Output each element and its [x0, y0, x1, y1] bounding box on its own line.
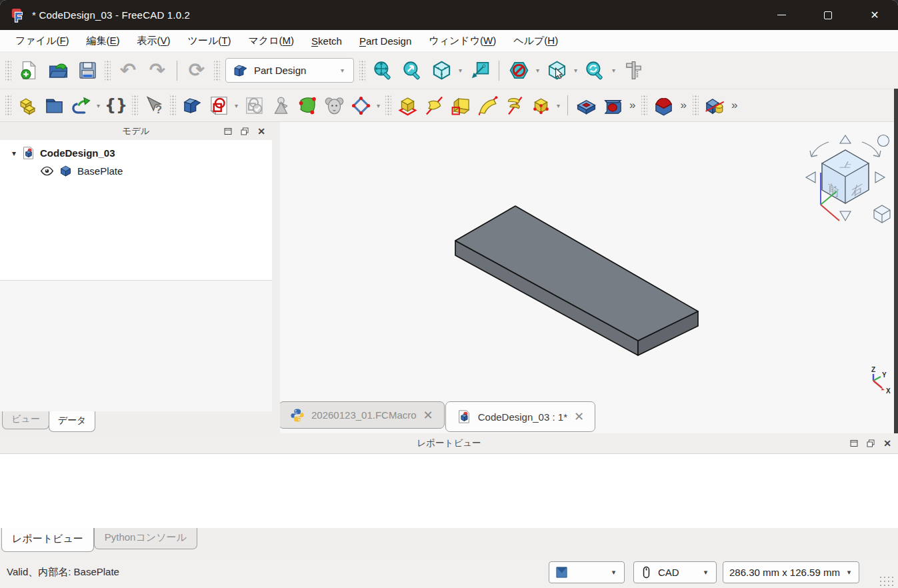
- tab-data[interactable]: データ: [49, 411, 96, 432]
- toolbar-grip[interactable]: [359, 60, 365, 81]
- view-dropdown-icon[interactable]: ▾: [456, 67, 465, 74]
- toolbar-grip[interactable]: [170, 95, 176, 116]
- pocket-button[interactable]: [573, 92, 599, 119]
- menu-edit[interactable]: 編集(E): [78, 31, 129, 51]
- sync-view-button[interactable]: [580, 57, 609, 85]
- hole-button[interactable]: [599, 92, 626, 119]
- toolbar-grip[interactable]: [385, 95, 391, 116]
- undo-button[interactable]: ↶: [113, 57, 143, 85]
- toolbar-grip[interactable]: [5, 60, 11, 81]
- window-resize-grip[interactable]: [879, 575, 896, 586]
- edit-sketch-button[interactable]: [241, 92, 267, 119]
- pad-icon: [397, 95, 418, 116]
- pad-button[interactable]: [394, 92, 421, 119]
- refresh-button[interactable]: ⟳: [182, 57, 211, 85]
- report-view-output[interactable]: [0, 453, 898, 528]
- boolean-button[interactable]: [701, 92, 728, 119]
- create-group-button[interactable]: [41, 92, 67, 119]
- open-document-button[interactable]: [43, 57, 73, 85]
- navigation-style-selector[interactable]: CAD ▾: [633, 561, 717, 583]
- fit-all-button[interactable]: [368, 57, 397, 85]
- revolution-button[interactable]: [421, 92, 447, 119]
- toolbar-grip[interactable]: [214, 60, 220, 81]
- save-document-button[interactable]: [73, 57, 102, 85]
- mdi-tab-bar: 20260123_01.FCMacro ✕ CodeDesign_03 : 1*…: [280, 401, 595, 432]
- tab-report-view[interactable]: レポートビュー: [1, 528, 94, 552]
- box-selection-button[interactable]: [542, 57, 571, 85]
- create-sketch-button[interactable]: [205, 92, 232, 119]
- whats-this-button[interactable]: ?: [141, 92, 167, 119]
- create-datum-button[interactable]: [347, 92, 374, 119]
- tab-close-icon[interactable]: ✕: [574, 411, 584, 423]
- fillet-button[interactable]: [650, 92, 677, 119]
- draw-style-selector[interactable]: ▾: [549, 561, 625, 583]
- sync-dropdown-icon[interactable]: ▾: [609, 67, 618, 74]
- tab-document-view[interactable]: CodeDesign_03 : 1* ✕: [445, 401, 595, 432]
- menu-window[interactable]: ウィンドウ(W): [420, 31, 505, 51]
- toolbar-overflow-button[interactable]: »: [626, 99, 639, 112]
- menu-view[interactable]: 表示(V): [129, 31, 179, 51]
- datum-dropdown-icon[interactable]: ▾: [374, 102, 383, 109]
- panel-minimize-button[interactable]: [223, 126, 233, 137]
- navigation-cube[interactable]: 上 前 右: [799, 127, 891, 226]
- tree-row-baseplate[interactable]: BasePlate: [7, 162, 272, 180]
- tab-view[interactable]: ビュー: [2, 411, 49, 429]
- primitive-dropdown-icon[interactable]: ▾: [554, 102, 563, 109]
- dimension-indicator[interactable]: 286.30 mm x 126.59 mm ▾: [723, 561, 859, 583]
- toolbar-grip[interactable]: [132, 95, 138, 116]
- selection-dropdown-icon[interactable]: ▾: [571, 67, 580, 74]
- create-varset-button[interactable]: {}: [103, 92, 129, 119]
- tab-python-console[interactable]: Pythonコンソール: [94, 528, 197, 549]
- maximize-button[interactable]: [805, 0, 851, 30]
- validate-sketch-button[interactable]: [294, 92, 321, 119]
- menu-part-design[interactable]: Part Design: [351, 32, 420, 50]
- minimize-button[interactable]: [758, 0, 805, 30]
- toolbar-grip[interactable]: [105, 60, 111, 81]
- 3d-viewport[interactable]: 上 前 右 Z Y X: [280, 122, 898, 433]
- clipping-dropdown-icon[interactable]: ▾: [533, 67, 542, 74]
- model-panel-titlebar: モデル ✕: [0, 122, 272, 140]
- toolbar-grip[interactable]: [5, 95, 11, 116]
- tab-macro-document[interactable]: 20260123_01.FCMacro ✕: [280, 401, 445, 429]
- view-normal-to-plane-button[interactable]: [465, 57, 494, 85]
- reorient-sketch-button[interactable]: [267, 92, 294, 119]
- close-button[interactable]: ✕: [851, 0, 898, 30]
- additive-pipe-button[interactable]: [474, 92, 501, 119]
- report-view-panel: レポートビュー ✕: [0, 433, 898, 528]
- create-body-button[interactable]: [179, 92, 205, 119]
- toolbar-overflow-button[interactable]: »: [677, 99, 689, 112]
- tree-row-document[interactable]: ▾ CodeDesign_03: [7, 144, 272, 162]
- make-link-button[interactable]: [67, 92, 94, 119]
- additive-loft-button[interactable]: [447, 92, 474, 119]
- panel-close-button[interactable]: ✕: [882, 438, 893, 449]
- link-dropdown-icon[interactable]: ▾: [94, 102, 103, 109]
- menu-sketch[interactable]: Sketch: [303, 32, 351, 50]
- menu-macro[interactable]: マクロ(M): [239, 31, 303, 51]
- workbench-selector[interactable]: Part Design ▾: [225, 58, 354, 83]
- tab-close-icon[interactable]: ✕: [423, 409, 433, 421]
- panel-minimize-button[interactable]: [849, 438, 859, 449]
- panel-float-button[interactable]: [865, 438, 876, 449]
- map-sketch-button[interactable]: [321, 92, 347, 119]
- panel-float-button[interactable]: [239, 126, 250, 137]
- toolbar-overflow-button[interactable]: »: [728, 99, 741, 112]
- panel-close-button[interactable]: ✕: [256, 126, 267, 137]
- create-part-button[interactable]: [14, 92, 41, 119]
- axonometric-view-button[interactable]: [427, 57, 456, 85]
- additive-helix-button[interactable]: [501, 92, 527, 119]
- fillet-icon: [653, 95, 674, 116]
- fit-selection-button[interactable]: [397, 57, 427, 85]
- menu-tools[interactable]: ツール(T): [179, 31, 240, 51]
- menu-help[interactable]: ヘルプ(H): [505, 31, 567, 51]
- tree-expand-caret-icon[interactable]: ▾: [7, 149, 21, 158]
- new-document-button[interactable]: [14, 57, 43, 85]
- clipping-plane-button[interactable]: [504, 57, 533, 85]
- toolbar-grip[interactable]: [693, 95, 699, 116]
- sketch-dropdown-icon[interactable]: ▾: [232, 102, 241, 109]
- primitive-box-button[interactable]: [527, 92, 554, 119]
- redo-button[interactable]: ↷: [143, 57, 172, 85]
- visibility-eye-icon[interactable]: [40, 164, 54, 178]
- measure-button[interactable]: [618, 57, 647, 85]
- toolbar-grip[interactable]: [641, 95, 647, 116]
- menu-file[interactable]: ファイル(F): [7, 31, 78, 51]
